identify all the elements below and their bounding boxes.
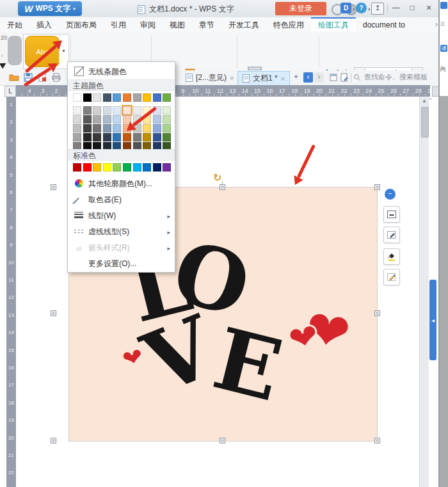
standard-color-swatch[interactable] [103, 163, 111, 172]
wrap-options-button[interactable] [383, 206, 400, 223]
ribbon-tab-引用[interactable]: 引用 [104, 18, 133, 32]
resize-handle-se[interactable] [374, 438, 380, 443]
standard-color-swatch[interactable] [113, 163, 121, 172]
resize-handle-sw[interactable] [51, 438, 56, 443]
ribbon-tab-页面布局[interactable]: 页面布局 [59, 18, 104, 32]
ribbon-tab-章节[interactable]: 章节 [192, 18, 221, 32]
theme-color-swatch[interactable] [143, 133, 151, 141]
ribbon-tab-开始[interactable]: 开始 [0, 18, 29, 32]
theme-color-swatch[interactable] [93, 93, 101, 102]
theme-color-swatch[interactable] [83, 115, 92, 124]
ribbon-tab-绘图工具[interactable]: 绘图工具 [311, 17, 356, 31]
menu-item-1[interactable]: 取色器(E) [68, 191, 175, 209]
tab-overflow-icon[interactable]: › [435, 20, 438, 29]
theme-color-swatch[interactable] [113, 133, 121, 141]
menu-item-2[interactable]: 线型(W)▸ [68, 207, 175, 225]
layout-options-button[interactable]: − [385, 189, 396, 200]
ribbon-tab-插入[interactable]: 插入 [29, 18, 59, 32]
vertical-ruler[interactable]: 12345678910111213141516171819202122 [6, 97, 16, 487]
standard-color-swatch[interactable] [73, 163, 81, 172]
theme-color-swatch[interactable] [103, 115, 111, 124]
theme-color-swatch[interactable] [113, 124, 121, 132]
style-edit-button[interactable] [383, 227, 400, 243]
tab-close-icon[interactable]: × [230, 74, 234, 82]
ribbon-tab-审阅[interactable]: 审阅 [133, 18, 163, 32]
resize-handle-ne[interactable] [374, 184, 380, 190]
menu-item-no-line[interactable]: 无线条颜色 [68, 63, 175, 81]
theme-color-swatch[interactable] [133, 106, 141, 115]
theme-color-swatch[interactable] [73, 115, 81, 124]
theme-color-swatch[interactable] [153, 133, 161, 141]
standard-color-swatch[interactable] [153, 163, 161, 172]
standard-color-swatch[interactable] [93, 163, 101, 172]
theme-color-swatch[interactable] [83, 133, 92, 141]
theme-color-swatch[interactable] [103, 133, 111, 141]
rotation-handle[interactable]: ↻ [213, 172, 221, 184]
standard-color-swatch[interactable] [163, 163, 171, 172]
standard-color-swatch[interactable] [143, 163, 151, 172]
menu-item-3[interactable]: 虚线线型(S)▸ [68, 223, 175, 241]
wps-menu-button[interactable]: W WPS 文字 ▾ [18, 1, 82, 16]
theme-color-swatch[interactable] [163, 124, 171, 132]
help-icon[interactable]: ? [356, 3, 367, 13]
tab-scroll-right-button[interactable]: › [314, 72, 324, 83]
login-button[interactable]: 未登录 [275, 2, 326, 15]
theme-color-swatch[interactable] [73, 106, 81, 115]
tab-stop-selector[interactable]: L [4, 86, 16, 97]
ribbon-tab-document to[interactable]: document to [356, 18, 412, 32]
menu-item-5[interactable]: 更多设置(O)... [68, 255, 175, 273]
vertical-scrollbar[interactable]: ▲ [419, 97, 429, 487]
tab-scroll-left-button[interactable]: ‹ [303, 72, 313, 83]
command-search[interactable]: 查找命令、搜索模板 [353, 72, 428, 82]
standard-color-swatch[interactable] [133, 163, 141, 172]
docer-icon[interactable]: D [340, 3, 351, 13]
new-tab-button[interactable]: + [291, 72, 301, 83]
theme-color-swatch[interactable] [93, 106, 101, 115]
scrollbar-thumb[interactable] [421, 107, 429, 138]
theme-color-swatch[interactable] [113, 106, 121, 115]
tab-close-icon[interactable]: × [281, 75, 285, 83]
resize-handle-w[interactable] [51, 310, 56, 316]
theme-color-swatch[interactable] [73, 133, 81, 141]
minimize-button[interactable]: — [389, 2, 403, 14]
resize-handle-e[interactable] [374, 310, 380, 316]
theme-color-swatch[interactable] [113, 93, 121, 102]
upload-icon[interactable]: ↥ [371, 3, 384, 15]
paste-window-icon[interactable] [329, 72, 339, 83]
theme-color-swatch[interactable] [143, 124, 151, 132]
clipboard-pen-icon[interactable] [340, 72, 350, 83]
theme-color-swatch[interactable] [143, 93, 151, 102]
theme-color-swatch[interactable] [73, 124, 81, 132]
theme-color-swatch[interactable] [133, 133, 141, 141]
resize-handle-nw[interactable] [51, 184, 56, 190]
theme-color-swatch[interactable] [163, 106, 171, 115]
print-icon[interactable] [51, 72, 61, 83]
theme-color-swatch[interactable] [163, 133, 171, 141]
fill-color-button[interactable] [383, 248, 400, 265]
ribbon-tab-开发工具[interactable]: 开发工具 [221, 18, 266, 32]
theme-color-swatch[interactable] [93, 115, 101, 124]
scroll-up-icon[interactable]: ▲ [420, 98, 429, 104]
theme-color-swatch[interactable] [83, 106, 92, 115]
document-tab-1[interactable]: [2...意见)× [181, 71, 238, 84]
close-button[interactable]: × [422, 2, 436, 14]
theme-color-swatch[interactable] [83, 93, 92, 102]
resize-handle-n[interactable] [220, 184, 225, 190]
theme-color-swatch[interactable] [93, 124, 101, 132]
style-preset-partial[interactable] [8, 36, 22, 65]
theme-color-swatch[interactable] [163, 93, 171, 102]
theme-color-swatch-selected[interactable] [123, 106, 131, 115]
theme-color-swatch[interactable] [123, 93, 131, 102]
standard-color-swatch[interactable] [123, 163, 131, 172]
theme-color-swatch[interactable] [73, 93, 81, 102]
ribbon-tab-视图[interactable]: 视图 [163, 18, 192, 32]
theme-color-swatch[interactable] [103, 106, 111, 115]
theme-color-swatch[interactable] [153, 115, 161, 124]
standard-color-swatch[interactable] [83, 163, 92, 172]
sidebar-pull-tab[interactable]: ◀ [429, 280, 436, 360]
theme-color-swatch[interactable] [113, 115, 121, 124]
theme-color-swatch[interactable] [163, 115, 171, 124]
outline-color-button[interactable] [383, 269, 400, 285]
ribbon-tab-特色应用[interactable]: 特色应用 [266, 18, 311, 32]
menu-item-0[interactable]: 其他轮廓颜色(M)... [68, 175, 175, 193]
